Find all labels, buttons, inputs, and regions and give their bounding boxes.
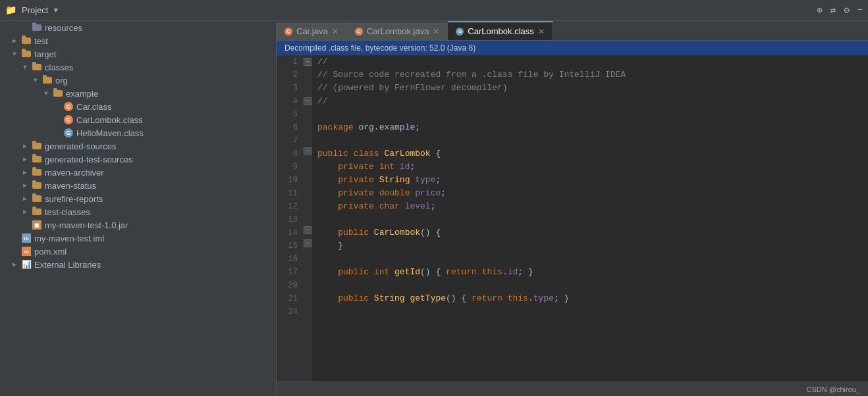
sidebar-item-car-class[interactable]: C Car.class (0, 100, 276, 113)
minimize-icon[interactable]: − (857, 5, 863, 16)
code-text-2: // Source code recreated from a .class f… (317, 68, 626, 82)
code-type-string-21: String (374, 292, 410, 305)
sidebar-label-classes: classes (45, 62, 73, 72)
sidebar-item-carlombok-class[interactable]: C CarLombok.class (0, 113, 276, 126)
code-kw-public-17: public int (338, 266, 394, 279)
code-line-4: // (317, 95, 863, 108)
code-line-10: private String type; (317, 174, 863, 187)
code-area[interactable]: 1 2 3 4 5 6 7 8 9 10 11 12 13 14 15 16 1… (277, 55, 868, 382)
code-indent-15: } (317, 239, 343, 253)
tab-close-carlombok-java[interactable]: ✕ (433, 27, 439, 36)
fold-btn-15[interactable]: − (304, 239, 312, 247)
sidebar-item-resources[interactable]: resources (0, 21, 276, 34)
code-line-13 (317, 213, 863, 226)
fold-btn-1[interactable]: − (304, 58, 312, 66)
tab-car-java[interactable]: C Car.java ✕ (277, 22, 347, 40)
sidebar-item-jar[interactable]: ▣ my-maven-test-1.0.jar (0, 218, 276, 232)
code-line-2: // Source code recreated from a .class f… (317, 68, 863, 82)
tab-close-car-java[interactable]: ✕ (332, 27, 339, 36)
sidebar-item-test[interactable]: ▶ test (0, 34, 276, 47)
ext-lib-arrow: ▶ (11, 260, 18, 268)
ext-lib-icon: 📊 (21, 259, 32, 270)
code-field-type-21: type (533, 292, 554, 305)
code-gutter: − − − − − (303, 55, 312, 382)
sidebar-item-generated-sources[interactable]: ▶ generated-sources (0, 139, 276, 153)
pom-icon: m (21, 246, 32, 257)
folder-arrow-example: ▼ (42, 89, 50, 97)
sidebar-label-external-libraries: External Libraries (34, 260, 101, 270)
code-kw-public-class: public class (317, 147, 384, 161)
code-indent-9 (317, 161, 338, 174)
code-dot-17: . (502, 266, 508, 279)
fold-btn-8[interactable]: − (304, 147, 312, 155)
carlombok-class-arrow (53, 116, 61, 124)
folder-arrow-org: ▼ (32, 76, 40, 84)
code-field-price: price (415, 187, 441, 200)
iml-arrow (11, 234, 18, 242)
folder-icon-test (21, 36, 32, 46)
code-kw-private-int: private int (338, 161, 400, 174)
code-kw-package: package (317, 121, 358, 134)
info-bar-text: Decompiled .class file, bytecode version… (285, 43, 475, 53)
sidebar-item-generated-test-sources[interactable]: ▶ generated-test-sources (0, 153, 276, 166)
project-icon: 📁 (5, 5, 16, 16)
code-line-17: public int getId() { return this.id; } (317, 266, 863, 279)
transfer-icon[interactable]: ⇄ (830, 5, 836, 16)
sidebar-item-classes[interactable]: ▼ classes (0, 61, 276, 74)
sidebar-item-pom[interactable]: m pom.xml (0, 245, 276, 258)
tab-label-carlombok-java: CarLombok.java (367, 26, 429, 36)
folder-icon-target (21, 49, 32, 59)
tab-icon-carlombok-class: G (456, 28, 464, 36)
code-paren-17: () { (420, 266, 446, 279)
hellomaven-class-icon: G (63, 128, 74, 138)
car-class-arrow (53, 103, 61, 111)
editor-area: C Car.java ✕ C CarLombok.java ✕ G CarLom… (277, 21, 868, 396)
tab-icon-carlombok-java: C (355, 28, 363, 36)
folder-arrow-test: ▶ (11, 37, 18, 45)
title-bar-text: Project (22, 5, 48, 15)
code-kw-public-14: public (338, 226, 374, 239)
code-indent-14 (317, 226, 338, 239)
sidebar-item-surefire-reports[interactable]: ▶ surefire-reports (0, 192, 276, 205)
code-classname-carlombok: CarLombok (384, 147, 430, 161)
code-paren-21: () { (446, 292, 472, 305)
sidebar-label-surefire: surefire-reports (45, 194, 103, 204)
sidebar-label-resources: resources (45, 23, 82, 33)
tab-carlombok-java[interactable]: C CarLombok.java ✕ (347, 22, 448, 40)
navigate-icon[interactable]: ⊕ (817, 5, 822, 16)
sidebar-label-maven-arch: maven-archiver (45, 168, 104, 178)
tab-close-carlombok-class[interactable]: ✕ (538, 27, 545, 36)
code-kw-public-21: public (338, 292, 374, 305)
code-pkg-name: org.example; (358, 121, 420, 134)
code-line-1: // (317, 55, 863, 68)
sidebar-item-example[interactable]: ▼ example (0, 87, 276, 100)
sidebar-item-external-libraries[interactable]: ▶ 📊 External Libraries (0, 258, 276, 271)
code-line-5 (317, 108, 863, 121)
sidebar-label-jar: my-maven-test-1.0.jar (45, 220, 128, 230)
folder-arrow-maven-arch: ▶ (21, 168, 29, 176)
sidebar-item-hellomaven-class[interactable]: G HelloMaven.class (0, 126, 276, 139)
code-brace-8: { (431, 147, 441, 161)
sidebar-item-maven-archiver[interactable]: ▶ maven-archiver (0, 166, 276, 179)
code-text-1: // (317, 55, 328, 68)
dropdown-arrow-icon[interactable]: ▼ (53, 7, 58, 14)
sidebar-item-test-classes[interactable]: ▶ test-classes (0, 205, 276, 218)
sidebar-label-car-class: Car.class (76, 102, 111, 112)
code-line-8: public class CarLombok { (317, 147, 863, 161)
sidebar-item-iml[interactable]: m my-maven-test.iml (0, 232, 276, 245)
pom-arrow (11, 247, 18, 255)
code-semi-9: ; (410, 161, 415, 174)
fold-btn-14[interactable]: − (304, 226, 312, 234)
line-numbers: 1 2 3 4 5 6 7 8 9 10 11 12 13 14 15 16 1… (277, 55, 303, 382)
code-line-14: public CarLombok() { (317, 226, 863, 239)
folder-icon-maven-status (32, 180, 42, 191)
fold-btn-4[interactable]: − (304, 97, 312, 105)
sidebar-label-test-classes: test-classes (45, 207, 90, 217)
sidebar-item-maven-status[interactable]: ▶ maven-status (0, 179, 276, 192)
sidebar-label-gen-test-src: generated-test-sources (45, 155, 133, 164)
sidebar-item-org[interactable]: ▼ org (0, 74, 276, 87)
sidebar-item-target[interactable]: ▼ target (0, 47, 276, 61)
settings-icon[interactable]: ⚙ (844, 5, 849, 16)
tab-carlombok-class[interactable]: G CarLombok.class ✕ (448, 21, 553, 40)
folder-arrow-gen-src: ▶ (21, 142, 29, 150)
